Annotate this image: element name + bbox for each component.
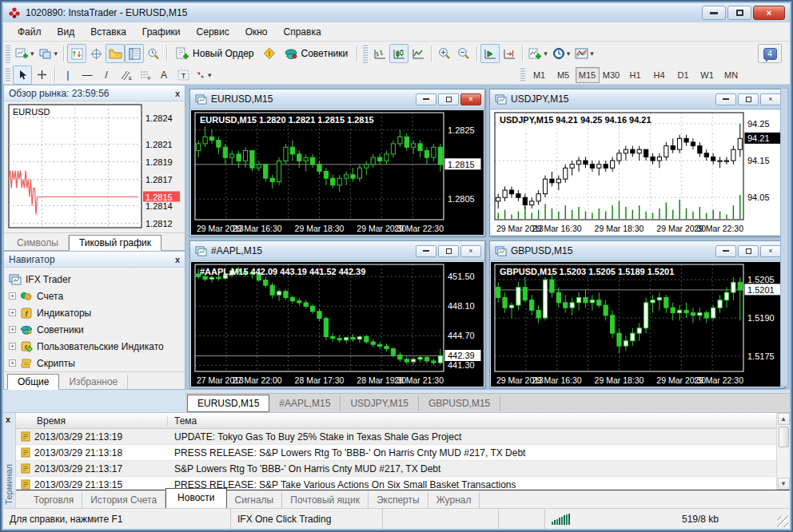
expand-icon[interactable]: + [9,292,16,300]
close-button[interactable]: × [753,6,785,20]
chart-window-gbpusd[interactable]: GBPUSD,M15 × 1.52051.52011.51901.517529 … [489,240,785,388]
chart-window-titlebar[interactable]: GBPUSD,M15 × [490,241,784,261]
candlestick-chart[interactable]: 1.52051.52011.51901.517529 Mar 201329 Ma… [491,262,783,387]
timeframe-mn[interactable]: MN [719,67,743,83]
line-chart-button[interactable] [408,44,428,63]
scroll-up-icon[interactable]: ▲ [778,413,790,425]
expand-icon[interactable]: + [9,326,16,333]
advisors-button[interactable]: Советники [279,44,354,63]
chart-close-button[interactable]: × [760,93,781,105]
tree-item-accounts[interactable]: + Счета [9,288,183,304]
chart-tab-eurusd[interactable]: EURUSD,M15 [187,395,269,412]
timeframe-d1[interactable]: D1 [671,67,695,83]
timeframe-m15[interactable]: M15 [576,67,600,83]
timeframe-m30[interactable]: M30 [600,67,624,83]
candlestick-chart[interactable]: 451.50448.10444.70442.39441.3027 Mar 201… [191,262,484,387]
navigator-toggle[interactable] [106,44,125,63]
fibonacci-tool[interactable]: F [135,66,154,85]
news-scrollbar[interactable]: ▲ ▼ [776,413,790,490]
market-watch-close-icon[interactable]: x [175,89,180,98]
chart-minimize-button[interactable] [715,245,736,257]
timeframe-m5[interactable]: M5 [552,67,576,83]
crosshair-tool[interactable] [32,66,51,85]
tab-account-history[interactable]: История Счета [82,492,165,508]
tree-item-scripts[interactable]: + Скрипты [9,355,183,371]
zoom-out-button[interactable] [454,44,473,63]
chart-tab-aapl[interactable]: #AAPL,M15 [269,395,341,411]
profiles-button[interactable]: ▾ [37,44,61,63]
column-time[interactable]: Время [16,415,168,427]
candlestick-chart-button[interactable] [389,44,408,63]
minimize-button[interactable] [702,6,726,20]
chart-window-eurusd[interactable]: EURUSD,M15 × 1.28251.28151.280529 Mar 20… [189,89,485,236]
menu-view[interactable]: Вид [50,24,83,40]
zoom-in-button[interactable] [435,44,454,63]
tick-chart[interactable]: 1.28241.28211.28191.28171.28151.28141.28… [4,101,185,232]
navigator-close-icon[interactable]: x [175,255,180,264]
market-watch-header[interactable]: Обзор рынка: 23:59:56 x [4,85,185,101]
menu-window[interactable]: Окно [237,24,276,40]
chart-restore-button[interactable] [438,93,459,105]
chart-restore-button[interactable] [738,93,759,105]
tab-tick-chart[interactable]: Тиковый график [69,235,161,251]
scroll-thumb[interactable] [779,427,789,447]
tree-item-advisors[interactable]: + Советники [9,321,183,338]
text-label-tool[interactable]: T [173,66,193,85]
menu-charts[interactable]: Графики [134,24,189,40]
cursor-tool[interactable] [13,66,32,85]
news-row[interactable]: 2013/03/29 21:13:19 UPDATE: Tokyo Gas To… [16,429,776,445]
chart-window-titlebar[interactable]: EURUSD,M15 × [190,89,484,109]
arrows-tool[interactable]: ▾ [193,66,214,85]
horizontal-line-tool[interactable]: — [78,66,97,85]
timeframe-h4[interactable]: H4 [648,67,671,83]
toolbar-gripper[interactable] [520,67,525,81]
bar-chart-button[interactable] [370,44,389,63]
chart-minimize-button[interactable] [416,93,436,105]
new-chart-button[interactable]: ▾ [13,44,37,63]
news-table-header[interactable]: Время Тема [16,413,776,429]
text-tool[interactable]: A [154,66,173,85]
workspace-scrollbar[interactable] [780,88,788,387]
expand-icon[interactable]: + [9,309,16,316]
tab-experts[interactable]: Эксперты [369,492,428,508]
new-order-button[interactable]: Новый Ордер [170,44,259,63]
candlestick-chart[interactable]: 94.2594.2194.1594.0529 Mar 201329 Mar 16… [491,110,783,235]
news-row[interactable]: 2013/03/29 21:13:17 S&P Lowers Rtg To 'B… [16,461,776,477]
market-watch-toggle[interactable] [67,44,86,63]
expand-icon[interactable]: + [9,359,16,367]
chart-minimize-button[interactable] [715,93,736,105]
menu-tools[interactable]: Сервис [189,24,237,40]
tab-common[interactable]: Общие [7,374,59,390]
terminal-close-icon[interactable]: x [6,415,10,424]
tab-trade[interactable]: Торговля [26,492,82,508]
news-row[interactable]: 2013/03/29 21:13:18 PRESS RELEASE: S&P L… [16,445,776,461]
chart-window-titlebar[interactable]: USDJPY,M15 × [490,89,784,109]
resize-grip[interactable] [777,516,788,527]
tree-root-account[interactable]: IFX Trader [9,271,183,288]
toolbar-gripper[interactable] [6,67,10,81]
menu-insert[interactable]: Вставка [82,24,134,40]
periods-button[interactable]: ▾ [550,44,573,63]
timeframe-w1[interactable]: W1 [695,67,719,83]
terminal-toggle[interactable] [125,44,144,63]
candlestick-chart[interactable]: 1.28251.28151.280529 Mar 201329 Mar 16:3… [191,110,484,235]
metaeditor-button[interactable]: ! [260,44,279,63]
tab-signals[interactable]: Сигналы [227,492,283,508]
toolbar-gripper[interactable] [363,44,368,63]
timeframe-h1[interactable]: H1 [624,67,648,83]
notifications-button[interactable]: 4 [758,44,782,63]
auto-scroll-button[interactable] [480,44,500,63]
tab-news[interactable]: Новости [165,488,226,508]
tree-item-indicators[interactable]: + f Индикаторы [9,304,183,321]
navigator-header[interactable]: Навигатор x [4,252,185,268]
tab-mailbox[interactable]: Почтовый ящик [282,492,369,508]
templates-button[interactable]: ▾ [572,44,596,63]
chart-tab-gbpusd[interactable]: GBPUSD,M15 [419,395,500,411]
chart-window-aapl[interactable]: #AAPL,M15 × 451.50448.10444.70442.39441.… [189,240,485,388]
maximize-button[interactable] [727,6,751,20]
chart-restore-button[interactable] [738,245,759,257]
strategy-tester-button[interactable] [144,44,163,63]
trendline-tool[interactable]: / [97,66,116,85]
chart-close-button[interactable]: × [460,93,481,105]
vertical-line-tool[interactable]: | [58,66,78,85]
